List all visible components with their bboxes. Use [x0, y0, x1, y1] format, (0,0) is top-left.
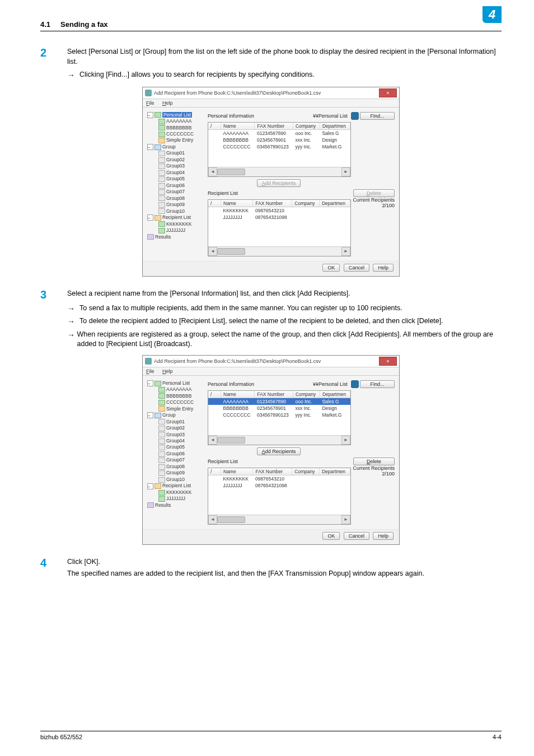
tree-group-item[interactable]: Group06: [166, 183, 185, 188]
tree-recipient-list[interactable]: Recipient List: [162, 483, 191, 488]
tree-item[interactable]: JJJJJJJJ: [166, 496, 185, 501]
tree-group-item[interactable]: Group10: [166, 477, 185, 482]
tree-item[interactable]: BBBBBBBB: [166, 125, 191, 130]
recipient-list-label: Recipient List: [208, 459, 238, 464]
tree-group-item[interactable]: Group01: [166, 419, 185, 424]
tree-item[interactable]: KKKKKKKK: [166, 221, 191, 227]
tree-group-item[interactable]: Group09: [166, 202, 185, 207]
tree-item[interactable]: BBBBBBBB: [166, 393, 191, 399]
footer-model: bizhub 652/552: [40, 734, 82, 740]
ok-button[interactable]: OK: [322, 532, 340, 540]
tree-group-item[interactable]: Group02: [166, 425, 185, 431]
step-text-2: The specified names are added to the rec…: [67, 569, 502, 579]
horizontal-scrollbar[interactable]: ◄►: [208, 167, 350, 176]
tree-item[interactable]: CCCCCCCC: [166, 131, 194, 137]
tree-personal-list[interactable]: Personal List: [162, 380, 190, 386]
help-button[interactable]: Help: [373, 532, 394, 540]
find-button[interactable]: Find...: [360, 380, 395, 388]
step-4: 4 Click [OK]. The specified names are ad…: [40, 557, 502, 579]
tree-group-item[interactable]: Group06: [166, 451, 185, 456]
tree-personal-list[interactable]: Personal List: [162, 112, 192, 118]
tree-item[interactable]: CCCCCCCC: [166, 399, 194, 405]
step-text: Select [Personal List] or [Group] from t…: [67, 47, 502, 67]
personal-count-label: ¥¥Personal List: [313, 381, 348, 387]
tree-recipient-list[interactable]: Recipient List: [162, 214, 191, 220]
table-row[interactable]: AAAAAAAA01234567890ooo Inc.Sales G: [208, 129, 350, 137]
ok-button[interactable]: OK: [322, 264, 340, 272]
personal-info-list[interactable]: /NameFAX NumberCompanyDepartmenAAAAAAAA0…: [208, 390, 351, 445]
app-icon: [145, 358, 152, 365]
table-row[interactable]: AAAAAAAA01234567890ooo Inc.Sales G: [208, 398, 350, 405]
menu-file[interactable]: File: [146, 368, 154, 374]
tree-group-item[interactable]: Group03: [166, 163, 185, 169]
menu-bar: File Help: [143, 99, 399, 108]
table-row[interactable]: BBBBBBBB02345678901xxx Inc.Design: [208, 137, 350, 143]
horizontal-scrollbar[interactable]: ◄►: [208, 435, 350, 445]
step-text: Select a recipient name from the [Person…: [67, 289, 502, 300]
tree-item[interactable]: JJJJJJJJ: [166, 227, 185, 233]
tree-group-item[interactable]: Group05: [166, 176, 185, 181]
add-recipients-button[interactable]: Add Recipients: [257, 179, 301, 187]
tree-view[interactable]: −Personal ListAAAAAAAABBBBBBBBCCCCCCCCSi…: [147, 380, 204, 525]
step-3-sub-3: →When recipients are registered as a gro…: [67, 330, 502, 349]
step-2: 2 Select [Personal List] or [Group] from…: [40, 47, 502, 67]
tree-view[interactable]: −Personal ListAAAAAAAABBBBBBBBCCCCCCCCSi…: [147, 112, 204, 256]
tree-group-item[interactable]: Group07: [166, 457, 185, 463]
menu-bar: File Help: [143, 367, 399, 376]
tree-group-item[interactable]: Group01: [166, 150, 185, 156]
find-button[interactable]: Find...: [360, 112, 395, 120]
table-row[interactable]: JJJJJJJJ087654321098: [208, 214, 350, 221]
table-row[interactable]: CCCCCCCC034567890123yyy Inc.Market.G: [208, 143, 350, 150]
menu-help[interactable]: Help: [162, 368, 173, 374]
step-3: 3 Select a recipient name from the [Pers…: [40, 289, 502, 300]
help-button[interactable]: Help: [373, 264, 394, 272]
table-row[interactable]: BBBBBBBB02345678901xxx Inc.Design: [208, 405, 350, 412]
horizontal-scrollbar[interactable]: ◄►: [208, 515, 350, 524]
personal-info-list[interactable]: /NameFAX NumberCompanyDepartmenAAAAAAAA0…: [208, 122, 351, 177]
table-row[interactable]: CCCCCCCC034567890123yyy Inc.Market.G: [208, 412, 350, 418]
recipient-list-box[interactable]: /NameFAX NumberCompanyDepartmenKKKKKKKK0…: [208, 468, 351, 525]
tree-group-item[interactable]: Group09: [166, 470, 185, 475]
tree-group[interactable]: Group: [162, 412, 176, 418]
recipient-list-label: Recipient List: [208, 190, 238, 196]
tree-simple-entry[interactable]: Simple Entry: [166, 406, 193, 412]
table-row[interactable]: KKKKKKKK09876543210: [208, 207, 350, 214]
add-recipient-dialog: Add Recipient from Phone Book:C:\Users\e…: [142, 87, 400, 277]
horizontal-scrollbar[interactable]: ◄►: [208, 246, 350, 256]
tree-group[interactable]: Group: [162, 144, 176, 150]
step-3-sub-2: →To delete the recipient added to [Recip…: [67, 316, 502, 328]
add-recipients-button[interactable]: Add Recipients: [257, 447, 301, 455]
sub-text: To send a fax to multiple recipients, ad…: [79, 304, 402, 315]
tree-results[interactable]: Results: [155, 234, 171, 240]
sub-text: To delete the recipient added to [Recipi…: [79, 316, 443, 328]
tree-item[interactable]: AAAAAAAA: [166, 386, 191, 392]
tree-group-item[interactable]: Group10: [166, 208, 185, 214]
table-row[interactable]: KKKKKKKK09876543210: [208, 475, 350, 482]
cancel-button[interactable]: Cancel: [344, 264, 369, 272]
delete-button[interactable]: Delete: [353, 189, 395, 197]
recipient-list-box[interactable]: /NameFAX NumberCompanyDepartmenKKKKKKKK0…: [208, 199, 351, 256]
menu-file[interactable]: File: [146, 100, 154, 106]
tree-group-item[interactable]: Group07: [166, 189, 185, 194]
tree-item[interactable]: KKKKKKKK: [166, 489, 191, 495]
tree-group-item[interactable]: Group02: [166, 157, 185, 162]
tree-group-item[interactable]: Group08: [166, 464, 185, 469]
step-number: 3: [40, 289, 67, 300]
tree-group-item[interactable]: Group04: [166, 438, 185, 444]
step-number: 4: [40, 557, 67, 579]
current-recipients-label: Current Recipients: [353, 197, 395, 203]
tree-group-item[interactable]: Group04: [166, 170, 185, 175]
tree-group-item[interactable]: Group08: [166, 195, 185, 201]
tree-results[interactable]: Results: [155, 502, 171, 508]
table-row[interactable]: JJJJJJJJ087654321098: [208, 482, 350, 489]
close-button[interactable]: ×: [379, 357, 397, 366]
close-button[interactable]: ×: [379, 88, 397, 97]
cancel-button[interactable]: Cancel: [344, 532, 369, 540]
delete-button[interactable]: Delete: [353, 458, 395, 465]
add-recipient-dialog: Add Recipient from Phone Book:C:\Users\e…: [142, 355, 400, 545]
menu-help[interactable]: Help: [162, 100, 173, 106]
tree-simple-entry[interactable]: Simple Entry: [166, 137, 193, 143]
tree-group-item[interactable]: Group05: [166, 444, 185, 450]
tree-group-item[interactable]: Group03: [166, 432, 185, 437]
tree-item[interactable]: AAAAAAAA: [166, 118, 191, 124]
